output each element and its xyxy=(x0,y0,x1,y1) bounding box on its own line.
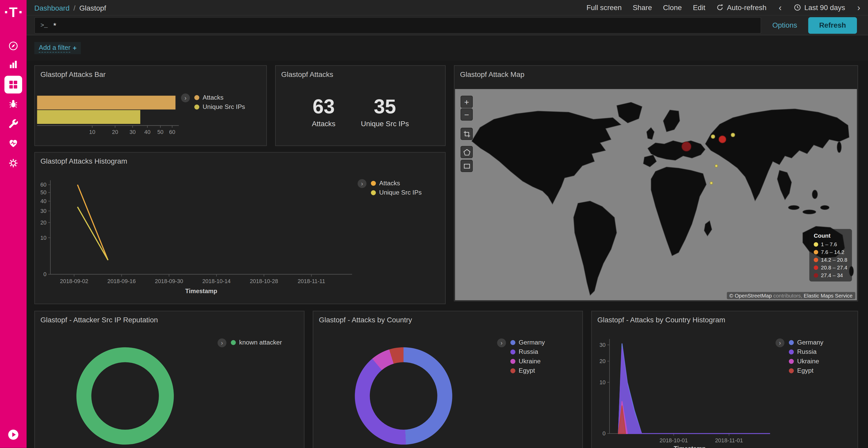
legend-dot xyxy=(789,340,794,345)
map-legend-label: 14.2 – 20.8 xyxy=(821,256,847,263)
clone-button[interactable]: Clone xyxy=(663,3,682,12)
legend-toggle-button[interactable]: › xyxy=(497,338,506,347)
panel-title: Glastopf - Attacks by Country Histogram xyxy=(597,316,725,324)
map-marker xyxy=(710,181,713,185)
legend-item[interactable]: Germany xyxy=(789,339,823,346)
chart-legend: › GermanyRussiaUkraineEgypt xyxy=(497,338,545,374)
map-legend-item: 14.2 – 20.8 xyxy=(814,256,847,263)
query-input[interactable]: >_ * xyxy=(34,17,761,33)
legend-item[interactable]: Egypt xyxy=(789,367,823,374)
legend-toggle-button[interactable]: › xyxy=(218,338,226,347)
tick-label: 20 xyxy=(112,129,118,135)
legend-dot xyxy=(231,340,236,345)
options-link[interactable]: Options xyxy=(772,21,797,29)
legend-item[interactable]: known attacker xyxy=(231,339,282,346)
legend-item[interactable]: Russia xyxy=(789,348,823,355)
legend-list: GermanyRussiaUkraineEgypt xyxy=(510,339,545,374)
chart-legend: › GermanyRussiaUkraineEgypt xyxy=(776,338,823,374)
legend-toggle-button[interactable]: › xyxy=(181,94,190,102)
legend-item[interactable]: Egypt xyxy=(510,367,545,374)
share-button[interactable]: Share xyxy=(633,3,652,12)
zoom-out-button[interactable]: − xyxy=(461,108,473,120)
legend-label: Unique Src IPs xyxy=(203,103,245,110)
query-prompt-icon: >_ xyxy=(40,22,48,29)
map-marker xyxy=(711,134,715,139)
sidebar-item-dashboard[interactable] xyxy=(4,76,22,94)
country-donut-chart[interactable] xyxy=(355,347,452,445)
zoom-in-button[interactable]: + xyxy=(461,96,473,108)
legend-list: GermanyRussiaUkraineEgypt xyxy=(789,339,823,374)
time-back-button[interactable]: ‹ xyxy=(778,3,783,12)
legend-item[interactable]: Unique Src IPs xyxy=(194,103,245,110)
legend-item[interactable]: Germany xyxy=(510,339,545,346)
panel-attacks-by-country: Glastopf - Attacks by Country › GermanyR… xyxy=(313,311,583,448)
map-legend-dot xyxy=(814,242,818,246)
add-filter-link[interactable]: Add a filter + xyxy=(34,42,81,54)
map-legend: Count 1 – 7.67.6 – 14.214.2 – 20.820.8 –… xyxy=(809,229,852,281)
sidebar-item-monitoring[interactable] xyxy=(4,134,22,152)
legend-item[interactable]: Ukraine xyxy=(510,358,545,365)
panel-title: Glastopf Attack Map xyxy=(460,70,524,78)
metric-label: Unique Src IPs xyxy=(361,119,409,128)
y-tick-label: 20 xyxy=(599,358,606,365)
fit-data-bounds-button[interactable] xyxy=(461,128,473,140)
legend-item[interactable]: Russia xyxy=(510,348,545,355)
osm-attribution[interactable]: © OpenStreetMap xyxy=(729,292,772,299)
ems-attribution[interactable]: Elastic Maps Service xyxy=(804,292,852,299)
sidebar-item-honeypot[interactable] xyxy=(4,95,22,113)
time-range-picker[interactable]: Last 90 days xyxy=(794,3,845,12)
draw-polygon-button[interactable] xyxy=(461,146,473,158)
map-legend-dot xyxy=(814,265,818,270)
query-value: * xyxy=(53,21,56,29)
legend-item[interactable]: Attacks xyxy=(194,94,245,101)
legend-toggle-button[interactable]: › xyxy=(358,179,366,188)
world-map[interactable]: + − Count xyxy=(455,89,857,300)
logo-dot xyxy=(19,11,22,13)
legend-label: Ukraine xyxy=(519,358,541,365)
reputation-donut-chart[interactable] xyxy=(76,347,174,445)
bar-Unique Src IPs[interactable] xyxy=(37,110,140,124)
sidebar-item-visualize[interactable] xyxy=(4,56,22,74)
legend-item[interactable]: Unique Src IPs xyxy=(371,189,422,196)
sidebar-item-management[interactable] xyxy=(4,154,22,172)
add-filter-label: Add a filter xyxy=(39,44,70,53)
y-tick-label: 10 xyxy=(40,235,46,241)
y-tick-label: 50 xyxy=(40,189,46,196)
full-screen-button[interactable]: Full screen xyxy=(586,3,622,12)
legend-label: Germany xyxy=(519,339,545,346)
panel-title: Glastopf - Attacker Src IP Reputation xyxy=(40,316,158,324)
metric-label: Attacks xyxy=(312,119,335,128)
refresh-button[interactable]: Refresh xyxy=(808,17,857,33)
map-legend-label: 27.4 – 34 xyxy=(821,272,843,278)
legend-item[interactable]: Ukraine xyxy=(789,358,823,365)
legend-list: AttacksUnique Src IPs xyxy=(371,180,422,196)
legend-label: Germany xyxy=(797,339,823,346)
legend-label: known attacker xyxy=(239,339,282,346)
sidebar-collapse-button[interactable] xyxy=(7,428,20,441)
x-axis-label: Timestamp xyxy=(674,445,706,448)
sidebar-item-discover[interactable] xyxy=(4,37,22,55)
legend-toggle-button[interactable]: › xyxy=(776,338,784,347)
bar-Attacks[interactable] xyxy=(37,96,176,110)
line-Attacks xyxy=(78,185,108,260)
sidebar-item-dev-tools[interactable] xyxy=(4,115,22,133)
filter-bar: Add a filter + xyxy=(27,35,868,61)
auto-refresh-button[interactable]: Auto-refresh xyxy=(716,3,767,12)
panel-attack-map: Glastopf Attack Map xyxy=(454,65,858,302)
tick-label: 60 xyxy=(169,129,176,135)
legend-dot xyxy=(371,181,376,185)
legend-label: Egypt xyxy=(797,367,813,374)
edit-button[interactable]: Edit xyxy=(693,3,705,12)
draw-rectangle-button[interactable] xyxy=(461,160,473,172)
time-forward-button[interactable]: › xyxy=(856,3,861,12)
map-legend-label: 1 – 7.6 xyxy=(821,241,837,247)
screen: T xyxy=(0,0,868,448)
donut-hole xyxy=(370,362,437,430)
y-tick-label: 0 xyxy=(43,271,46,277)
legend-item[interactable]: Attacks xyxy=(371,180,422,186)
panel-title: Glastopf Attacks Bar xyxy=(40,70,105,78)
map-legend-title: Count xyxy=(814,232,847,239)
legend-dot xyxy=(510,368,516,373)
breadcrumb-dashboard-link[interactable]: Dashboard xyxy=(34,4,69,12)
legend-label: Ukraine xyxy=(797,358,819,365)
